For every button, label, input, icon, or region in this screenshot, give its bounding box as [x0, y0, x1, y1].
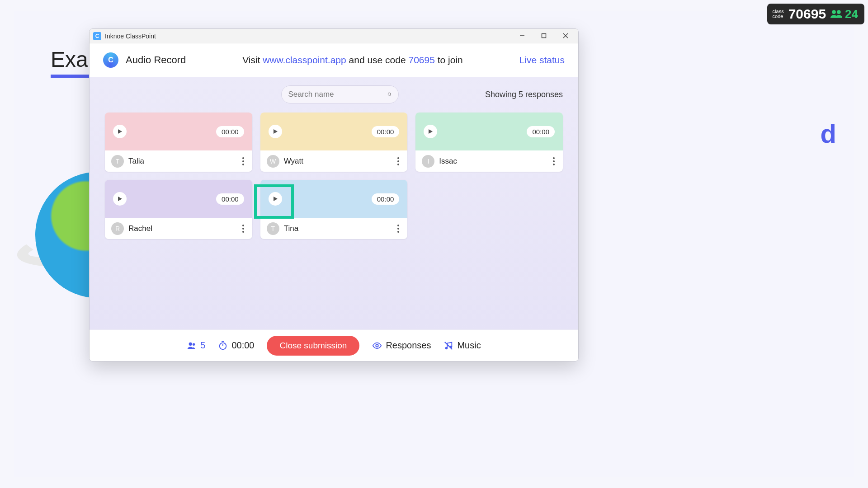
classpoint-logo: C: [103, 52, 118, 68]
svg-point-14: [445, 347, 448, 349]
response-counter: 5: [187, 340, 205, 351]
join-code: 70695: [409, 55, 435, 65]
music-off-icon: [443, 341, 453, 351]
response-card: 00:00WWyatt: [260, 113, 408, 172]
play-button[interactable]: [113, 192, 127, 206]
live-status-link[interactable]: Live status: [519, 55, 565, 66]
more-menu-button[interactable]: [396, 154, 401, 169]
window-title: Inknoe ClassPoint: [105, 33, 156, 40]
audio-record-window: C Inknoe ClassPoint C Audio Record Visit…: [89, 28, 579, 361]
response-card: 00:00TTina: [260, 180, 408, 239]
svg-point-0: [832, 10, 836, 14]
avatar: R: [111, 222, 124, 235]
response-count: Showing 5 responses: [485, 90, 563, 99]
join-instructions: Visit www.classpoint.app and use code 70…: [193, 55, 512, 66]
audio-duration: 00:00: [527, 126, 555, 137]
audio-duration: 00:00: [372, 193, 400, 205]
people-icon: [830, 9, 842, 19]
participant-count: 24: [830, 7, 858, 21]
play-button[interactable]: [269, 192, 282, 206]
avatar: W: [267, 155, 279, 168]
avatar: T: [267, 222, 279, 235]
avatar: T: [111, 155, 124, 168]
svg-point-6: [388, 93, 391, 95]
play-button[interactable]: [269, 125, 282, 138]
close-submission-button[interactable]: Close submission: [267, 336, 359, 356]
search-input[interactable]: [281, 85, 399, 103]
svg-point-8: [189, 342, 192, 345]
avatar: I: [422, 155, 434, 168]
maximize-button[interactable]: [535, 33, 553, 40]
responses-view-button[interactable]: Responses: [372, 340, 431, 351]
student-name: Wyatt: [284, 157, 392, 166]
timer: 00:00: [218, 340, 254, 351]
footer: 5 00:00 Close submission Responses Music: [90, 329, 578, 361]
slide-side-text: d: [821, 118, 836, 149]
response-card: 00:00TTalia: [105, 113, 252, 172]
svg-point-13: [376, 344, 379, 347]
svg-rect-3: [542, 33, 546, 38]
svg-line-7: [391, 95, 392, 96]
play-button[interactable]: [113, 125, 127, 138]
titlebar: C Inknoe ClassPoint: [90, 29, 578, 43]
more-menu-button[interactable]: [396, 221, 401, 236]
search-icon: [387, 89, 392, 99]
class-code-value: 70695: [788, 6, 826, 22]
header: C Audio Record Visit www.classpoint.app …: [90, 43, 578, 77]
play-button[interactable]: [424, 125, 437, 138]
audio-duration: 00:00: [216, 193, 244, 205]
close-button[interactable]: [557, 33, 575, 40]
more-menu-button[interactable]: [551, 154, 557, 169]
response-card: 00:00RRachel: [105, 180, 252, 239]
responses-area: Showing 5 responses 00:00TTalia00:00WWya…: [90, 77, 578, 329]
page-title: Audio Record: [126, 54, 186, 66]
student-name: Talia: [128, 157, 236, 166]
more-menu-button[interactable]: [241, 221, 246, 236]
audio-duration: 00:00: [372, 126, 400, 137]
people-icon: [187, 341, 197, 351]
minimize-button[interactable]: [513, 33, 531, 40]
audio-duration: 00:00: [216, 126, 244, 137]
music-button[interactable]: Music: [443, 340, 481, 351]
class-code-pill[interactable]: class code 70695 24: [767, 4, 864, 24]
svg-point-1: [837, 10, 841, 14]
response-card: 00:00IIssac: [415, 113, 563, 172]
search-field[interactable]: [288, 90, 384, 99]
student-name: Issac: [439, 157, 547, 166]
app-icon: C: [93, 32, 101, 40]
timer-icon: [218, 341, 228, 351]
eye-icon: [372, 341, 382, 351]
more-menu-button[interactable]: [241, 154, 246, 169]
join-url[interactable]: www.classpoint.app: [263, 55, 346, 65]
student-name: Tina: [284, 224, 392, 233]
student-name: Rachel: [128, 224, 236, 233]
svg-point-9: [193, 343, 195, 346]
